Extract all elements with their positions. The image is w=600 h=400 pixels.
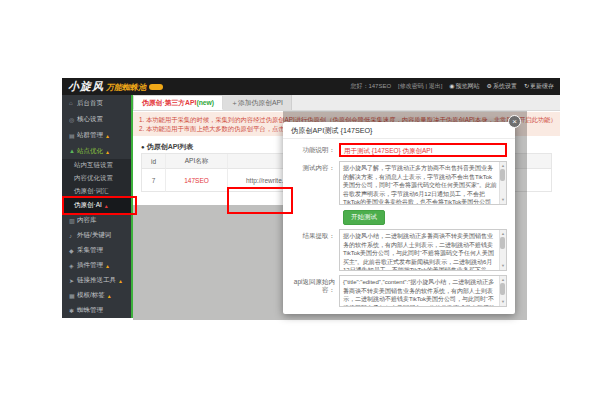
modal-button-row: 开始测试 [343,210,515,225]
raw-content-textarea[interactable]: {"title":"edited","content":"据小旋风小结，二进制跳… [339,275,507,307]
test-content-textarea[interactable]: 据小旋风了解，字节跳动正多方协商不出售抖音美国业务的解决方案，有消息人士表示，字… [339,161,507,205]
account-links[interactable]: [修改密码 | 退出] [398,82,442,91]
modal-row-result: 结果提取： 据小旋风小结，二进制跳动正多番商谈不转卖美国销售业务的软件系统，有内… [283,229,515,271]
flame-icon [105,262,110,269]
scrollbar[interactable] [499,276,506,306]
cell-api-name: 147SEO [166,169,228,192]
sidebar: ⌂后台首页 ◎核心设置 ▤站群管理 ▲站点优化 站内互链设置 内容优化设置 伪原… [62,95,133,318]
column-header-id: id [142,154,166,169]
sidebar-subitem-pseudo-original-words[interactable]: 伪原创·词汇 [62,185,131,198]
template-icon: ▦ [69,292,77,299]
close-icon[interactable]: × [508,115,521,128]
result-text: 据小旋风小结，二进制跳动正多番商谈不转卖美国销售业务的软件系统，有内部人士则表示… [343,233,494,271]
logo-text-sub: 万能蜘蛛池 [106,82,146,93]
list-title: ●伪原创API列表 [141,142,193,152]
link-icon: ♪ [69,233,77,239]
tab-pseudo-original-api[interactable]: 伪原创·第三方API(new) [133,95,223,110]
sidebar-item-plugins[interactable]: ◈插件管理 [62,258,131,273]
description-label: 功能说明： [283,143,339,157]
flame-icon [105,148,110,155]
gear-icon: ◎ [69,116,77,123]
plugin-icon: ◈ [69,262,77,269]
top-header: 小旋风 万能蜘蛛池 您好：147SEO [修改密码 | 退出] ◉预览网站 ⚙系… [62,78,560,95]
column-header-api-name: API名称 [166,154,228,169]
collect-icon: ◆ [69,247,77,254]
admin-app-window: 小旋风 万能蜘蛛池 您好：147SEO [修改密码 | 退出] ◉预览网站 ⚙系… [62,78,560,320]
tab-add-pseudo-original-api[interactable]: ＋添加伪原创API [223,95,292,110]
result-label: 结果提取： [283,229,339,271]
scrollbar[interactable] [499,162,506,204]
bullet-icon: ● [141,144,145,150]
sidebar-item-spider-manage[interactable]: ✱蜘蛛管理 [62,303,131,318]
result-textarea[interactable]: 据小旋风小结，二进制跳动正多番商谈不转卖美国销售业务的软件系统，有内部人士则表示… [339,229,507,271]
api-test-modal: × 伪原创API测试 {147SEO} 功能说明： 用于测试 {147SEO} … [283,122,515,314]
home-icon: ⌂ [69,100,77,106]
app-logo: 小旋风 万能蜘蛛池 [68,79,163,94]
sidebar-subitem-pseudo-original-ai[interactable]: 伪原创·AI [62,198,131,213]
system-settings-link[interactable]: ⚙系统设置 [487,82,517,91]
push-icon: ➤ [69,277,77,284]
start-test-button[interactable]: 开始测试 [343,210,385,225]
flame-icon [118,277,123,284]
flame-icon [104,202,109,209]
sidebar-item-link-push-tool[interactable]: ➤链接推送工具 [62,273,131,288]
preview-icon: ◉ [449,83,454,89]
scrollbar-thumb[interactable] [500,169,505,181]
page: 小旋风 万能蜘蛛池 您好：147SEO [修改密码 | 退出] ◉预览网站 ⚙系… [0,0,600,400]
sidebar-item-content-library[interactable]: ▥内容库 [62,213,131,228]
sidebar-item-collection[interactable]: ◆采集管理 [62,243,131,258]
spider-icon: ✱ [69,307,77,314]
sidebar-item-dashboard[interactable]: ⌂后台首页 [62,95,131,111]
optimize-icon: ▲ [69,148,77,154]
scrollbar-thumb[interactable] [500,237,505,249]
sidebar-item-site-optimize[interactable]: ▲站点优化 [62,143,131,159]
sidebar-item-links-keywords[interactable]: ♪外链/关键词 [62,228,131,243]
logo-badge [149,84,163,90]
scrollbar[interactable] [499,230,506,270]
modal-row-test-content: 测试内容： 据小旋风了解，字节跳动正多方协商不出售抖音美国业务的解决方案，有消息… [283,161,515,205]
flame-icon [105,132,110,139]
sidebar-subitem-interlink-settings[interactable]: 站内互链设置 [62,159,131,172]
scrollbar-thumb[interactable] [500,283,505,295]
preview-site-link[interactable]: ◉预览网站 [449,82,479,91]
raw-content-text: {"title":"edited","content":"据小旋风小结，二进制跳… [343,279,496,307]
header-user-bar: 您好：147SEO [修改密码 | 退出] ◉预览网站 ⚙系统设置 ↻更新缓存 [350,82,554,91]
refresh-icon: ↻ [524,83,529,89]
settings-icon: ⚙ [487,83,492,89]
greeting-text: 您好：147SEO [350,82,391,91]
test-content-label: 测试内容： [283,161,339,205]
flame-icon [107,292,112,299]
description-value: 用于测试 {147SEO} 伪原创API [339,143,507,157]
test-content-text: 据小旋风了解，字节跳动正多方协商不出售抖音美国业务的解决方案，有消息人士表示，字… [343,165,497,205]
raw-content-label: api返回原始内容： [283,275,339,307]
sidebar-item-site-group[interactable]: ▤站群管理 [62,127,131,143]
refresh-cache-link[interactable]: ↻更新缓存 [524,82,554,91]
cell-id: 7 [142,169,166,192]
modal-row-raw: api返回原始内容： {"title":"edited","content":"… [283,275,515,307]
sites-icon: ▤ [69,132,77,139]
modal-title: 伪原创API测试 {147SEO} [283,122,515,139]
modal-row-description: 功能说明： 用于测试 {147SEO} 伪原创API [283,143,515,157]
sidebar-subitem-content-optimize[interactable]: 内容优化设置 [62,172,131,185]
tab-bar: 伪原创·第三方API(new) ＋添加伪原创API [133,95,560,111]
sidebar-item-templates-tags[interactable]: ▦模板/标签 [62,288,131,303]
library-icon: ▥ [69,217,77,224]
logo-text-main: 小旋风 [68,79,104,94]
sidebar-item-core-settings[interactable]: ◎核心设置 [62,111,131,127]
